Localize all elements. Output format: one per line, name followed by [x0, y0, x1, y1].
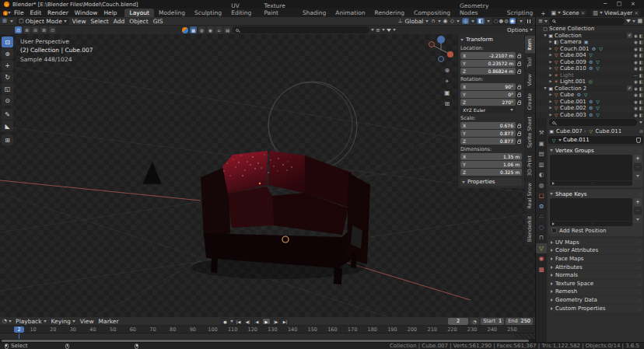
select-mode-intersect-icon[interactable]: ⊡ [49, 26, 56, 33]
scale-field-x[interactable]: X0.676 [460, 122, 516, 129]
camrender-icon[interactable]: ◧ [639, 72, 643, 79]
workspace-tab-scripting[interactable]: Scripting [502, 9, 537, 17]
outliner-row-cube-010[interactable]: ▶▽Cube.010⚙▽◉◧ [536, 65, 644, 72]
n-panel-tab-real-snow[interactable]: Real Snow [525, 180, 535, 212]
fake-user-shield-icon[interactable] [636, 138, 641, 143]
unlock-icon[interactable] [517, 141, 521, 144]
perspective-icon[interactable]: ⊞ [444, 100, 450, 107]
rotation-field-z[interactable]: Z270° [460, 99, 516, 106]
shading-solid-icon[interactable]: ● [499, 18, 503, 24]
select-mode-invert-icon[interactable]: ⊠ [40, 26, 47, 33]
camrender-icon[interactable]: ◧ [639, 112, 643, 119]
scale-field-y[interactable]: Y0.877 [460, 130, 516, 137]
record-button[interactable]: ● [221, 318, 229, 325]
add-shape-key-button[interactable]: + [634, 198, 642, 206]
menu-help[interactable]: Help [100, 9, 120, 16]
xray-toggle-icon[interactable]: ◧ [477, 18, 485, 24]
scale-field-z[interactable]: Z0.877 [460, 138, 516, 145]
outliner-filter-icon[interactable] [626, 19, 631, 23]
options-dropdown[interactable]: Options [507, 27, 533, 33]
n-panel-tab-3d-print[interactable]: 3D-Print [525, 152, 535, 179]
properties-panel-header[interactable]: Properties [460, 178, 522, 186]
camrender-icon[interactable]: ◧ [639, 79, 643, 86]
properties-tab-tool[interactable]: ⚒ [536, 127, 547, 138]
vertex-groups-list[interactable]: ∷ [550, 155, 632, 186]
current-frame-field[interactable]: 2 [448, 318, 468, 325]
eye-icon[interactable]: ◉ [634, 59, 638, 66]
unlock-icon[interactable] [517, 133, 521, 136]
panel-uv-maps[interactable]: UV Maps∷ [548, 239, 643, 246]
camrender-icon[interactable]: ◧ [639, 86, 643, 92]
camrender-icon[interactable]: ◧ [639, 33, 643, 40]
gizmo-toggle-icon[interactable]: ◇ [450, 18, 454, 24]
asset-scene-icon[interactable]: ◉ [207, 26, 214, 33]
properties-tab-scene[interactable]: ◐ [536, 169, 547, 180]
viewport-canvas[interactable]: User Perspective (2) Collection | Cube.0… [0, 34, 535, 317]
eye-icon[interactable]: ◉ [634, 65, 638, 72]
tool-add-cube[interactable]: ⊞ [2, 134, 13, 145]
outliner-row-cube-001[interactable]: ▶▽Cube.001⚙▽◉◧ [536, 99, 644, 106]
panel-remesh[interactable]: Remesh∷ [548, 288, 643, 296]
panel-custom-properties[interactable]: Custom Properties∷ [548, 305, 643, 312]
timeline-ruler[interactable]: 2 10203040506070809010011012013014015016… [0, 326, 535, 333]
cone-object[interactable] [142, 161, 162, 184]
zoom-icon[interactable]: ⊕ [444, 67, 450, 74]
add-rest-position-row[interactable]: Add Rest Position [550, 226, 642, 235]
workspace-tab-shading[interactable]: Shading [298, 9, 331, 17]
asset-model-icon[interactable]: ▦ [190, 26, 197, 33]
properties-tab-physics[interactable]: ◌ [536, 222, 547, 233]
workspace-tab-sculpting[interactable]: Sculpting [190, 9, 226, 17]
properties-search-input[interactable] [549, 119, 637, 126]
pin-icon[interactable]: ⊘ [639, 128, 643, 134]
n-panel-tab-item[interactable]: Item [525, 36, 535, 54]
eye-icon[interactable]: ◉ [634, 86, 638, 92]
overlays-toggle-icon[interactable]: ◎ [462, 18, 469, 24]
asset-brush-icon[interactable]: ▤ [224, 26, 231, 33]
outliner-row-couch-001[interactable]: ▶▽Couch.001⚙▽◉◧ [536, 46, 644, 53]
outliner-row-cube-009[interactable]: ▶▽Cube.009⚙▽◉◧ [536, 59, 644, 66]
properties-tab-output[interactable]: ▤ [536, 148, 547, 159]
properties-tab-constraints[interactable]: ⊓ [536, 232, 547, 243]
filter-funnel-icon[interactable] [387, 29, 391, 32]
workspace-tab-layout[interactable]: Layout [124, 9, 154, 17]
workspace-tab-geometry-nodes[interactable]: Geometry Nodes [455, 2, 502, 17]
properties-tab-object[interactable]: ▢ [536, 190, 547, 201]
snap-magnet-icon[interactable]: ∩ [431, 18, 435, 24]
orientation-label[interactable]: Global [405, 18, 424, 25]
camrender-icon[interactable]: ◧ [639, 105, 643, 112]
current-frame-indicator[interactable]: 2 [14, 326, 24, 333]
unlock-icon[interactable] [517, 63, 521, 66]
maximize-button[interactable]: □ [612, 0, 626, 9]
menu-window[interactable]: Window [72, 9, 101, 16]
tool-select-box[interactable]: ⊡ [2, 37, 13, 47]
timeline-menu-playback[interactable]: Playback [16, 318, 46, 325]
shape-key-specials-button[interactable] [634, 215, 642, 223]
unlock-icon[interactable] [517, 125, 521, 128]
dimensions-field-y[interactable]: Y1.06 m [460, 161, 522, 168]
workspace-tab-animation[interactable]: Animation [331, 9, 369, 17]
outliner-row-scene-collection[interactable]: ▢Scene Collection [536, 26, 644, 33]
shape-keys-header[interactable]: Shape Keys ∷ [550, 190, 642, 197]
outliner-row-collection-2[interactable]: ▼▣Collection 2✓◉◧ [536, 86, 644, 92]
n-panel-tab-tool[interactable]: Tool [525, 54, 535, 71]
new-workspace-button[interactable]: + [537, 10, 548, 17]
panel-attributes[interactable]: Attributes∷ [548, 263, 643, 271]
n-panel-tab-view[interactable]: View [525, 71, 535, 89]
camrender-icon[interactable]: ◧ [639, 92, 643, 99]
properties-tab-texture[interactable]: ▩ [536, 264, 547, 275]
mode-selector[interactable]: ▢ Object Mode [16, 18, 69, 25]
outliner-overlay-icon[interactable]: ▦ [637, 18, 642, 24]
tool-rotate[interactable]: ↻ [2, 72, 13, 82]
vertex-groups-header[interactable]: Vertex Groups ∷ [550, 147, 642, 154]
camrender-icon[interactable]: ◧ [639, 52, 643, 59]
play-button[interactable]: ▶ [262, 318, 271, 325]
workspace-tab-texture-paint[interactable]: Texture Paint [259, 2, 297, 17]
outliner-row-cube[interactable]: ▶▽Cube⚙▽◉◧ [536, 92, 644, 99]
location-field-x[interactable]: X-2.2107 m [460, 52, 516, 59]
vertex-group-specials-button[interactable] [634, 172, 642, 180]
tool-move[interactable]: + [2, 60, 13, 71]
outliner-row-cube-002[interactable]: ▶▽Cube.002⚙▽◉◧ [536, 105, 644, 112]
prev-keyframe-button[interactable]: ◀| [243, 318, 252, 325]
render-pause-button[interactable] [525, 18, 534, 25]
eye-icon[interactable]: ◉ [634, 112, 638, 119]
